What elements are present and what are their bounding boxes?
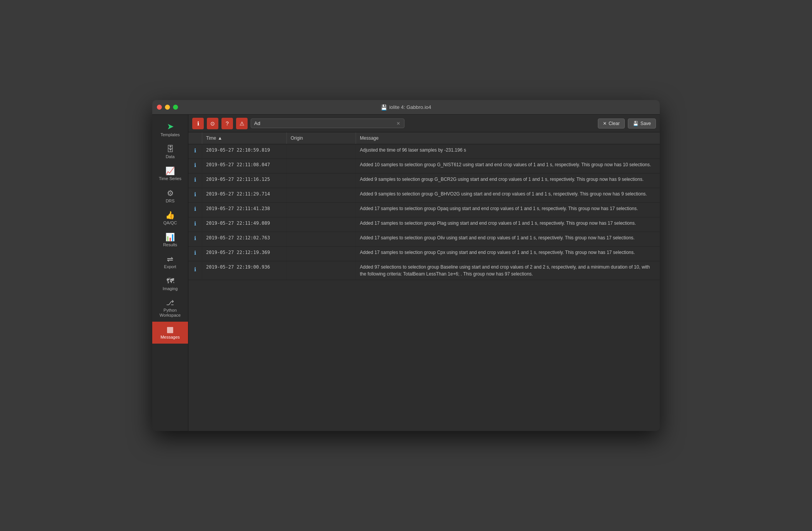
time-col-label: Time xyxy=(206,135,216,141)
row-2-origin xyxy=(287,174,356,188)
sidebar-item-results[interactable]: 📊 Results xyxy=(152,229,188,251)
message-col-label: Message xyxy=(360,135,379,141)
table-body: ℹ2019-05-27 22:10:59.819Adjusted the tim… xyxy=(188,144,660,280)
table-row: ℹ2019-05-27 22:11:29.714Added 9 samples … xyxy=(188,188,660,203)
messages-table[interactable]: Time ▲ Origin Message ℹ2019-05-27 22:10:… xyxy=(188,132,660,431)
filter-question-button[interactable]: ? xyxy=(221,118,233,129)
row-1-message: Added 10 samples to selection group G_NI… xyxy=(356,159,660,173)
search-value: Ad xyxy=(254,120,396,126)
origin-col-label: Origin xyxy=(291,135,303,141)
row-4-message: Added 17 samples to selection group Opaq… xyxy=(356,203,660,217)
row-5-time: 2019-05-27 22:11:49.089 xyxy=(202,217,287,232)
clear-x-icon: ✕ xyxy=(603,121,607,126)
clear-button[interactable]: ✕ Clear xyxy=(598,119,625,129)
sidebar-item-drs[interactable]: ⚙ DRS xyxy=(152,185,188,207)
save-button[interactable]: 💾 Save xyxy=(628,119,656,129)
warning-icon: ⊙ xyxy=(210,120,215,127)
row-1-icon: ℹ xyxy=(188,159,202,173)
row-7-message: Added 17 samples to selection group Cpx … xyxy=(356,247,660,261)
title-text: iolite 4: Gabbro.io4 xyxy=(389,104,431,110)
maximize-button[interactable] xyxy=(173,105,178,110)
row-6-time: 2019-05-27 22:12:02.763 xyxy=(202,232,287,246)
imaging-icon: 🗺 xyxy=(166,277,174,285)
table-row: ℹ2019-05-27 22:19:00.936Added 97 selecti… xyxy=(188,261,660,280)
main-content: ➤ Templates 🗄 Data 📈 Time Series ⚙ DRS 👍 xyxy=(152,115,660,431)
sidebar-label-drs: DRS xyxy=(166,199,175,204)
row-4-time: 2019-05-27 22:11:41.238 xyxy=(202,203,287,217)
table-row: ℹ2019-05-27 22:11:16.125Added 9 samples … xyxy=(188,174,660,188)
filter-info-button[interactable]: ℹ xyxy=(192,118,204,129)
messages-icon: ▦ xyxy=(166,326,174,333)
table-row: ℹ2019-05-27 22:11:49.089Added 17 samples… xyxy=(188,217,660,232)
row-0-time: 2019-05-27 22:10:59.819 xyxy=(202,144,287,159)
sidebar-label-python: PythonWorkspace xyxy=(160,308,181,318)
filter-alert-button[interactable]: ⚠ xyxy=(236,118,248,129)
python-icon: ⎇ xyxy=(166,299,174,306)
col-header-origin[interactable]: Origin xyxy=(287,132,356,144)
save-icon: 💾 xyxy=(633,121,639,126)
close-button[interactable] xyxy=(157,105,162,110)
row-8-origin xyxy=(287,261,356,280)
row-3-icon: ℹ xyxy=(188,188,202,202)
toolbar: ℹ ⊙ ? ⚠ Ad ✕ ✕ Clear xyxy=(188,115,660,132)
sidebar-item-export[interactable]: ⇌ Export xyxy=(152,251,188,273)
sidebar-item-qaqc[interactable]: 👍 QA/QC xyxy=(152,207,188,229)
row-4-origin xyxy=(287,203,356,217)
sidebar-label-timeseries: Time Series xyxy=(159,176,181,181)
row-2-icon: ℹ xyxy=(188,174,202,188)
filter-warning-button[interactable]: ⊙ xyxy=(207,118,218,129)
row-8-message: Added 97 selections to selection group B… xyxy=(356,261,660,280)
export-icon: ⇌ xyxy=(167,255,173,263)
qaqc-icon: 👍 xyxy=(165,211,175,219)
row-7-origin xyxy=(287,247,356,261)
row-3-time: 2019-05-27 22:11:29.714 xyxy=(202,188,287,202)
row-8-icon: ℹ xyxy=(188,261,202,280)
question-icon: ? xyxy=(226,120,229,127)
search-container: Ad ✕ xyxy=(251,119,404,128)
window-title: 💾 iolite 4: Gabbro.io4 xyxy=(381,104,431,110)
row-6-message: Added 17 samples to selection group Oliv… xyxy=(356,232,660,246)
sidebar-item-data[interactable]: 🗄 Data xyxy=(152,141,188,163)
row-6-icon: ℹ xyxy=(188,232,202,246)
table-row: ℹ2019-05-27 22:11:08.047Added 10 samples… xyxy=(188,159,660,174)
sidebar-item-messages[interactable]: ▦ Messages xyxy=(152,322,188,344)
title-bar: 💾 iolite 4: Gabbro.io4 xyxy=(152,100,660,115)
templates-icon: ➤ xyxy=(167,122,174,131)
sidebar-label-imaging: Imaging xyxy=(163,286,178,291)
alert-icon: ⚠ xyxy=(240,120,245,127)
minimize-button[interactable] xyxy=(165,105,170,110)
row-1-origin xyxy=(287,159,356,173)
row-2-message: Added 9 samples to selection group G_BCR… xyxy=(356,174,660,188)
sidebar-item-python[interactable]: ⎇ PythonWorkspace xyxy=(152,296,188,322)
drs-icon: ⚙ xyxy=(167,189,174,197)
sidebar-item-templates[interactable]: ➤ Templates xyxy=(152,119,188,141)
row-5-icon: ℹ xyxy=(188,217,202,232)
row-0-origin xyxy=(287,144,356,159)
table-row: ℹ2019-05-27 22:12:19.369Added 17 samples… xyxy=(188,247,660,261)
sidebar-label-data: Data xyxy=(166,154,175,159)
clear-label: Clear xyxy=(609,121,620,126)
window-controls xyxy=(157,105,178,110)
col-header-message[interactable]: Message xyxy=(356,132,660,144)
row-6-origin xyxy=(287,232,356,246)
title-icon: 💾 xyxy=(381,104,387,110)
sidebar-label-messages: Messages xyxy=(160,335,180,340)
results-icon: 📊 xyxy=(165,233,175,241)
row-5-message: Added 17 samples to selection group Plag… xyxy=(356,217,660,232)
row-0-message: Adjusted the time of 96 laser samples by… xyxy=(356,144,660,159)
info-icon: ℹ xyxy=(197,120,199,127)
sidebar-label-qaqc: QA/QC xyxy=(163,220,177,225)
table-row: ℹ2019-05-27 22:11:41.238Added 17 samples… xyxy=(188,203,660,217)
sidebar-label-templates: Templates xyxy=(160,132,180,137)
row-4-icon: ℹ xyxy=(188,203,202,217)
row-8-time: 2019-05-27 22:19:00.936 xyxy=(202,261,287,280)
sidebar-item-imaging[interactable]: 🗺 Imaging xyxy=(152,273,188,295)
search-clear-button[interactable]: ✕ xyxy=(396,121,401,126)
row-7-icon: ℹ xyxy=(188,247,202,261)
col-header-time[interactable]: Time ▲ xyxy=(202,132,287,144)
col-header-icon xyxy=(188,132,202,144)
sidebar-item-timeseries[interactable]: 📈 Time Series xyxy=(152,163,188,185)
row-7-time: 2019-05-27 22:12:19.369 xyxy=(202,247,287,261)
sidebar: ➤ Templates 🗄 Data 📈 Time Series ⚙ DRS 👍 xyxy=(152,115,188,431)
data-icon: 🗄 xyxy=(166,145,174,153)
